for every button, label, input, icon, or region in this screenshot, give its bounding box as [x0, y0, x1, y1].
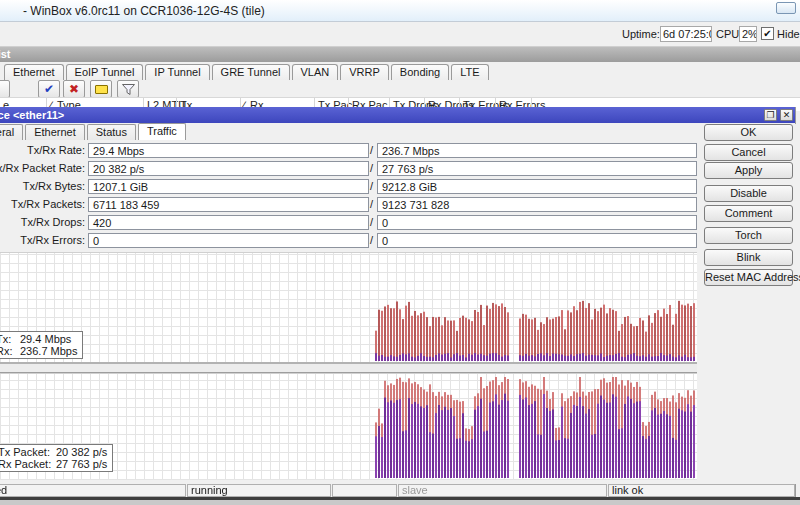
slash-separator: / — [370, 180, 373, 192]
uptime-value: 6d 07:25:09 — [660, 26, 712, 42]
check-icon: ✔ — [44, 82, 54, 96]
main-title: - WinBox v6.0rc11 on CCR1036-12G-4S (til… — [23, 4, 265, 18]
row-drops: Tx/Rx Drops: 420 / 0 — [0, 215, 697, 231]
tab-ethernet[interactable]: Ethernet — [4, 64, 64, 80]
hide-passwords-label: Hide Pass — [777, 28, 800, 40]
close-icon: ✕ — [783, 110, 791, 120]
tab-traffic[interactable]: Traffic — [138, 123, 186, 140]
tx-rate-legend-value: 29.4 Mbps — [20, 333, 71, 345]
comment-button[interactable]: Comment — [704, 205, 793, 222]
tab-vlan[interactable]: VLAN — [292, 64, 339, 80]
slash-separator: / — [370, 216, 373, 228]
rx-rate-legend-label: Rx: — [0, 345, 20, 357]
winbox-window: - WinBox v6.0rc11 on CCR1036-12G-4S (til… — [0, 0, 800, 505]
filter-button[interactable] — [117, 80, 139, 98]
blink-button[interactable]: Blink — [704, 249, 793, 266]
dialog-tabs: General Ethernet Status Traffic — [0, 123, 697, 140]
ok-button[interactable]: OK — [704, 124, 793, 141]
interface-list-toolbar: ✔ ✖ — [0, 80, 800, 98]
status-empty — [332, 484, 397, 497]
graph-divider — [0, 362, 697, 373]
dialog-close-button[interactable]: ✕ — [780, 109, 793, 121]
tx-rate-legend-label: Tx: — [0, 333, 20, 345]
status-slave: slave — [398, 484, 607, 497]
dialog-restore-button[interactable]: ❐ — [764, 109, 777, 121]
tab-bonding[interactable]: Bonding — [391, 64, 449, 80]
row-packets: Tx/Rx Packets: 6711 183 459 / 9123 731 8… — [0, 197, 697, 213]
bytes-label: Tx/Rx Bytes: — [0, 180, 85, 192]
tx-packet-legend-value: 20 382 p/s — [56, 446, 107, 458]
rx-drops-field[interactable]: 0 — [377, 215, 697, 230]
apply-button[interactable]: Apply — [704, 162, 793, 179]
interface-list-tabs: Ethernet EoIP Tunnel IP Tunnel GRE Tunne… — [0, 62, 800, 80]
interface-list-titlebar[interactable]: Interface List — [0, 47, 800, 62]
packets-label: Tx/Rx Packets: — [0, 198, 85, 210]
rate-graph — [0, 252, 697, 362]
uptime-label: Uptime: — [622, 28, 660, 40]
rx-rate-legend-value: 236.7 Mbps — [20, 345, 77, 357]
enable-button[interactable]: ✔ — [38, 80, 60, 98]
tab-gre-tunnel[interactable]: GRE Tunnel — [212, 64, 290, 80]
status-enabled: enabled — [0, 484, 186, 497]
dialog-titlebar[interactable]: Interface <ether11> — [0, 107, 795, 123]
rate-graph-canvas — [0, 253, 697, 363]
dialog-title: Interface <ether11> — [0, 109, 64, 121]
row-errors: Tx/Rx Errors: 0 / 0 — [0, 233, 697, 249]
rx-errors-field[interactable]: 0 — [377, 233, 697, 248]
slash-separator: / — [370, 144, 373, 156]
dialog-button-panel: OK Cancel Apply Disable Comment Torch Bl… — [698, 124, 796, 484]
comment-button-toolbar[interactable] — [90, 80, 112, 98]
packet-legend: Tx Packet:20 382 p/s Rx Packet:27 763 p/… — [0, 444, 113, 472]
interface-list-title: Interface List — [0, 48, 10, 60]
hide-passwords-checkbox[interactable]: ✔ — [761, 27, 774, 40]
tab-ip-tunnel[interactable]: IP Tunnel — [145, 64, 209, 80]
tx-errors-field[interactable]: 0 — [88, 233, 369, 248]
reset-mac-address-button[interactable]: Reset MAC Address — [704, 269, 793, 286]
slash-separator: / — [370, 162, 373, 174]
disable-button[interactable]: Disable — [704, 185, 793, 202]
cancel-button[interactable]: Cancel — [704, 144, 793, 161]
row-rate: Tx/Rx Rate: 29.4 Mbps / 236.7 Mbps — [0, 143, 697, 159]
torch-button[interactable]: Torch — [704, 227, 793, 244]
rate-label: Tx/Rx Rate: — [0, 144, 85, 156]
status-link-ok: link ok — [608, 484, 795, 497]
packet-rate-label: Tx/Rx Packet Rate: — [0, 162, 85, 174]
disable-button-toolbar[interactable]: ✖ — [63, 80, 85, 98]
tx-drops-field[interactable]: 420 — [88, 215, 369, 230]
comment-icon — [95, 85, 108, 94]
tx-packet-legend-label: Tx Packet: — [0, 446, 56, 458]
tx-rate-field[interactable]: 29.4 Mbps — [88, 143, 369, 158]
cross-icon: ✖ — [69, 82, 79, 96]
funnel-icon — [121, 83, 136, 96]
tx-packet-rate-field[interactable]: 20 382 p/s — [88, 161, 369, 176]
tab-eoip-tunnel[interactable]: EoIP Tunnel — [66, 64, 144, 80]
slash-separator: / — [370, 198, 373, 210]
rx-packet-legend-label: Rx Packet: — [0, 458, 56, 470]
row-bytes: Tx/Rx Bytes: 1207.1 GiB / 9212.8 GiB — [0, 179, 697, 195]
rx-packets-field[interactable]: 9123 731 828 — [377, 197, 697, 212]
tab-lte[interactable]: LTE — [451, 64, 488, 80]
rx-bytes-field[interactable]: 9212.8 GiB — [377, 179, 697, 194]
tab-ethernet-dlg[interactable]: Ethernet — [25, 124, 85, 140]
errors-label: Tx/Rx Errors: — [0, 234, 85, 246]
status-running: running — [187, 484, 331, 497]
rx-rate-field[interactable]: 236.7 Mbps — [377, 143, 697, 158]
rx-packet-legend-value: 27 763 p/s — [56, 458, 107, 470]
main-titlebar: - WinBox v6.0rc11 on CCR1036-12G-4S (til… — [0, 0, 800, 22]
drops-label: Tx/Rx Drops: — [0, 216, 85, 228]
tx-packets-field[interactable]: 6711 183 459 — [88, 197, 369, 212]
tab-vrrp[interactable]: VRRP — [340, 64, 389, 80]
tab-general[interactable]: General — [0, 124, 23, 140]
row-packet-rate: Tx/Rx Packet Rate: 20 382 p/s / 27 763 p… — [0, 161, 697, 177]
rate-legend: Tx:29.4 Mbps Rx:236.7 Mbps — [0, 331, 83, 359]
restore-icon: ❐ — [766, 110, 774, 120]
clipped-toolbar-button[interactable] — [0, 80, 10, 98]
cpu-value: 2% — [739, 26, 757, 42]
minimize-button[interactable] — [776, 2, 796, 14]
rx-packet-rate-field[interactable]: 27 763 p/s — [377, 161, 697, 176]
status-topbar: Uptime: 6d 07:25:09 CPU: 2% ✔ Hide Pass — [0, 22, 800, 47]
tab-status[interactable]: Status — [87, 124, 136, 140]
desktop-below-window — [0, 500, 800, 505]
tx-bytes-field[interactable]: 1207.1 GiB — [88, 179, 369, 194]
interface-dialog: Interface <ether11> ❐ ✕ General Ethernet… — [0, 107, 796, 498]
